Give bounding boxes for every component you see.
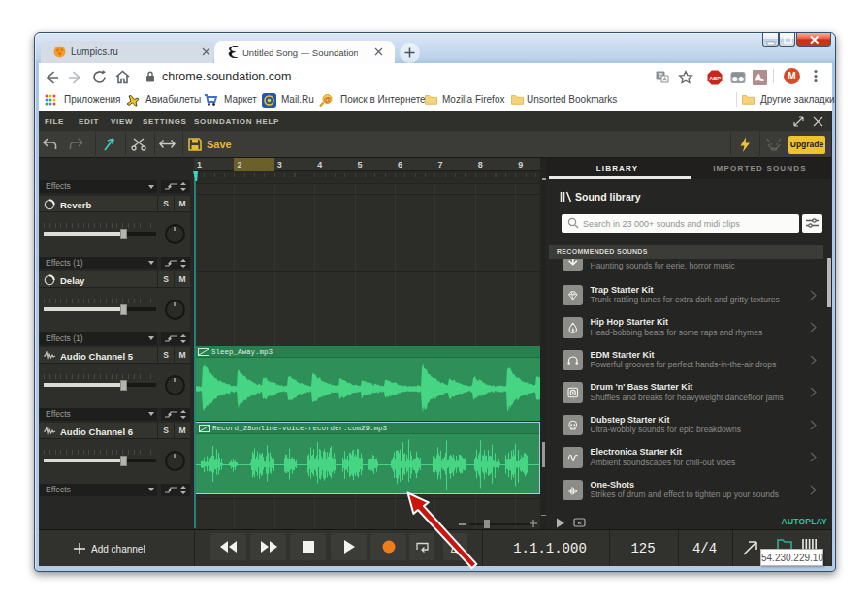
svg-text:ABP: ABP [709,76,721,81]
svg-text:@: @ [324,95,332,104]
